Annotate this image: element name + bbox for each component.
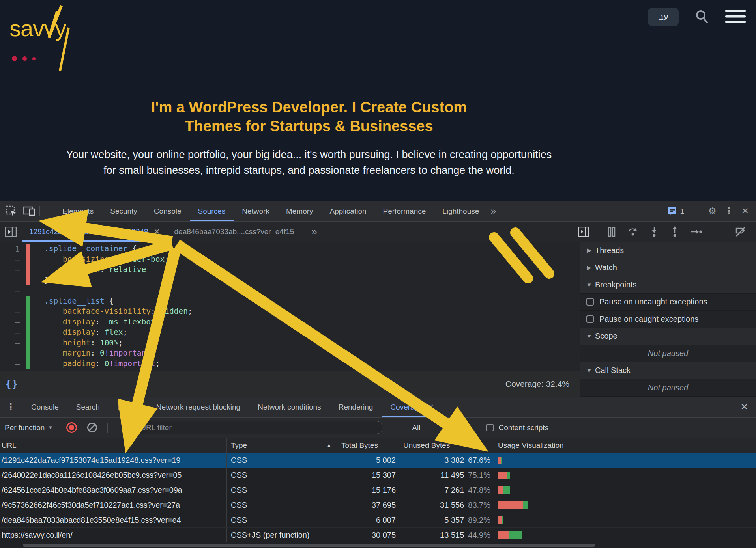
issues-counter[interactable]: 1: [668, 207, 685, 216]
table-row[interactable]: /1291c422da7acf97153074e15ad19248.css?ve…: [0, 453, 756, 468]
deactivate-breakpoints-icon[interactable]: [735, 226, 747, 237]
stop-recording-button[interactable]: [66, 422, 77, 433]
tab-lighthouse[interactable]: Lighthouse: [434, 201, 487, 221]
gutter-row[interactable]: –: [0, 306, 39, 317]
code-line[interactable]: padding: 0!important;: [44, 359, 580, 369]
code-line[interactable]: .splide__container {: [44, 244, 580, 254]
devtools-menu-icon[interactable]: ⋮: [724, 207, 734, 216]
drawer-tab-coverage[interactable]: Coverage✕: [382, 397, 442, 417]
tab-sources[interactable]: Sources: [190, 201, 234, 221]
coverage-table-header[interactable]: URLType▲Total BytesUnused BytesUsage Vis…: [0, 438, 756, 453]
devtools-close-icon[interactable]: ✕: [741, 207, 749, 216]
device-toolbar-icon[interactable]: [23, 205, 36, 217]
code-line[interactable]: }: [44, 275, 580, 286]
code-line[interactable]: backface-visibility: hidden;: [44, 306, 580, 317]
file-tab-1[interactable]: dea846baa7033ab....css?ver=e4f15: [167, 222, 301, 242]
editor-code[interactable]: .splide__container { box-sizing: border-…: [39, 242, 580, 371]
gutter-row[interactable]: –: [0, 317, 39, 328]
code-line[interactable]: margin: 0!important;: [44, 348, 580, 359]
more-panels-icon[interactable]: »: [490, 205, 496, 217]
coverage-type-select[interactable]: All: [412, 423, 420, 432]
table-row[interactable]: /2640022e1dac8a1126c108426eb05bc9.css?ve…: [0, 468, 756, 483]
horizontal-scrollbar[interactable]: [0, 542, 756, 548]
step-out-icon[interactable]: [670, 226, 679, 237]
search-icon[interactable]: [695, 10, 709, 24]
coverage-scope-select[interactable]: Per function ▼: [5, 423, 53, 432]
settings-gear-icon[interactable]: ⚙: [708, 207, 717, 216]
editor-gutter[interactable]: 1–––––––––––: [0, 242, 39, 371]
gutter-row[interactable]: –: [0, 275, 39, 286]
toggle-debugger-sidebar-icon[interactable]: [578, 227, 589, 237]
code-line[interactable]: box-sizing: border-box;: [44, 254, 580, 265]
tab-elements[interactable]: Elements: [54, 201, 102, 221]
gutter-row[interactable]: –: [0, 285, 39, 296]
tab-network[interactable]: Network: [234, 201, 278, 221]
gutter-row[interactable]: –: [0, 348, 39, 359]
file-tab-close-icon[interactable]: ✕: [154, 227, 160, 236]
code-line[interactable]: position: relative: [44, 265, 580, 275]
step-into-icon[interactable]: [650, 226, 659, 237]
language-button[interactable]: עב: [648, 8, 679, 26]
step-icon[interactable]: [691, 227, 703, 236]
gutter-row[interactable]: 1: [0, 244, 39, 254]
column-header-total-bytes[interactable]: Total Bytes: [337, 438, 399, 453]
content-scripts-toggle[interactable]: Content scripts: [486, 423, 548, 432]
code-editor[interactable]: 1––––––––––– .splide__container { box-si…: [0, 242, 580, 371]
tab-security[interactable]: Security: [102, 201, 146, 221]
table-row[interactable]: /624561cce264b0e4bfe88ac3f0609aa7.css?ve…: [0, 483, 756, 498]
drawer-tab-close-icon[interactable]: ✕: [428, 403, 434, 412]
drawer-menu-icon[interactable]: ⋮: [0, 402, 22, 412]
tab-performance[interactable]: Performance: [375, 201, 434, 221]
drawer-tab-network-conditions[interactable]: Network conditions: [249, 397, 330, 417]
code-line[interactable]: display: -ms-flexbox;: [44, 317, 580, 328]
table-row[interactable]: https://savvy.co.il/en/CSS+JS (per funct…: [0, 528, 756, 543]
gutter-row[interactable]: –: [0, 359, 39, 369]
column-header-url[interactable]: URL: [0, 438, 227, 453]
step-over-icon[interactable]: [628, 227, 638, 237]
inspect-element-icon[interactable]: [6, 205, 17, 217]
pretty-print-icon[interactable]: {}: [6, 378, 19, 390]
sidebar-section-call-stack[interactable]: ▼Call Stack: [580, 362, 756, 380]
sidebar-checkbox-row[interactable]: Pause on uncaught exceptions: [580, 294, 756, 311]
menu-icon[interactable]: [725, 10, 746, 24]
sidebar-section-threads[interactable]: ▶Threads: [580, 242, 756, 259]
drawer-tab-rendering[interactable]: Rendering: [330, 397, 382, 417]
gutter-row[interactable]: –: [0, 338, 39, 349]
gutter-row[interactable]: –: [0, 265, 39, 275]
tab-memory[interactable]: Memory: [278, 201, 322, 221]
column-header-unused-bytes[interactable]: Unused Bytes: [399, 438, 494, 453]
drawer-close-icon[interactable]: ✕: [741, 397, 748, 417]
sidebar-section-watch[interactable]: ▶Watch: [580, 259, 756, 277]
content-scripts-checkbox[interactable]: [486, 424, 494, 431]
table-row[interactable]: /dea846baa7033abacd81e3550e8e4f15.css?ve…: [0, 513, 756, 528]
savvy-logo[interactable]: savvy: [9, 12, 80, 67]
tab-console[interactable]: Console: [146, 201, 190, 221]
gutter-row[interactable]: –: [0, 254, 39, 265]
file-tab-0[interactable]: 1291c422da7acf9....css?ver=19248✕: [22, 222, 167, 242]
code-line[interactable]: display: flex;: [44, 327, 580, 338]
scrollbar-thumb[interactable]: [23, 544, 595, 547]
drawer-tab-network-request-blocking[interactable]: Network request blocking: [148, 397, 249, 417]
url-filter-input[interactable]: [134, 421, 382, 434]
sidebar-checkbox-row[interactable]: Pause on caught exceptions: [580, 311, 756, 328]
code-line[interactable]: height: 100%;: [44, 338, 580, 349]
sidebar-section-breakpoints[interactable]: ▼Breakpoints: [580, 276, 756, 294]
gutter-row[interactable]: –: [0, 327, 39, 338]
tab-application[interactable]: Application: [322, 201, 375, 221]
code-line[interactable]: [44, 285, 580, 296]
pause-script-icon[interactable]: [607, 227, 616, 237]
more-file-tabs-icon[interactable]: »: [311, 226, 317, 238]
sidebar-section-scope[interactable]: ▼Scope: [580, 328, 756, 345]
gutter-row[interactable]: –: [0, 296, 39, 307]
drawer-tab-issues[interactable]: Issues: [109, 397, 148, 417]
column-header-type[interactable]: Type▲: [227, 438, 337, 453]
column-header-usage-visualization[interactable]: Usage Visualization: [494, 438, 756, 453]
clear-coverage-icon[interactable]: [87, 423, 97, 432]
drawer-tab-console[interactable]: Console: [22, 397, 67, 417]
table-row[interactable]: /9c57362662f46c5f30da5ef710227ac1.css?ve…: [0, 498, 756, 513]
navigator-toggle-icon[interactable]: [5, 227, 17, 237]
checkbox-icon[interactable]: [586, 315, 594, 323]
drawer-tab-search[interactable]: Search: [67, 397, 109, 417]
checkbox-icon[interactable]: [586, 298, 594, 306]
code-line[interactable]: .splide__list {: [44, 296, 580, 307]
